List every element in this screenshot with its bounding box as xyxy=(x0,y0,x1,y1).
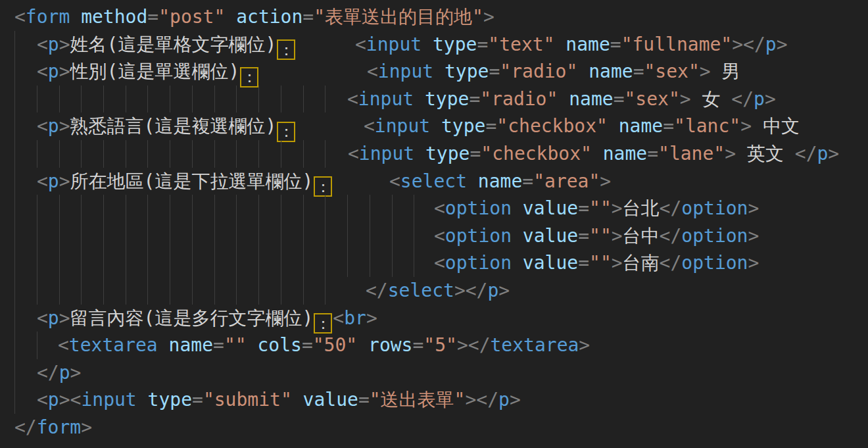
indent-guide xyxy=(347,222,348,250)
code-token: 女 xyxy=(691,88,732,110)
code-line[interactable]: <p>姓名(這是單格文字欄位)：<input type="text" name=… xyxy=(0,31,868,59)
indent-guide xyxy=(303,222,304,250)
code-line[interactable]: <textarea name="" cols="50" rows="5"></t… xyxy=(0,332,868,359)
indent-guide xyxy=(126,195,126,222)
code-token: "lane" xyxy=(658,143,725,164)
code-token: "text" xyxy=(488,34,554,55)
code-token: form xyxy=(37,416,81,438)
indent-guide xyxy=(414,222,414,250)
indent-guide xyxy=(14,305,15,332)
code-token: "area" xyxy=(533,170,600,192)
code-token: input xyxy=(375,115,430,137)
code-line[interactable]: <p>所在地區(這是下拉選單欄位)：<select name="area"> xyxy=(0,168,868,195)
code-line[interactable]: </select></p> xyxy=(0,277,868,305)
code-token: = xyxy=(485,115,496,137)
code-token: p xyxy=(48,170,59,192)
code-segment: </form> xyxy=(14,414,92,441)
code-token: > xyxy=(828,143,839,164)
indent-guide xyxy=(81,222,82,250)
code-editor: <form method="post" action="表單送出的目的地"><p… xyxy=(0,0,868,448)
indent-guide xyxy=(236,249,237,277)
indent-guide xyxy=(14,140,15,168)
code-line[interactable]: <input type="checkbox" name="lane"> 英文 <… xyxy=(0,140,868,168)
code-token: name xyxy=(467,170,522,192)
code-token: type xyxy=(430,115,485,137)
code-token: input xyxy=(378,61,433,82)
code-token: = xyxy=(578,197,589,219)
code-token: = xyxy=(358,389,370,411)
code-token: </ xyxy=(660,252,682,274)
code-token: > xyxy=(366,307,377,329)
code-token: name xyxy=(608,115,663,137)
code-token: = xyxy=(489,61,500,82)
indent-guide xyxy=(103,249,104,277)
code-token: > xyxy=(740,115,752,137)
code-token: type xyxy=(414,143,470,164)
indent-guide xyxy=(325,277,326,305)
code-line[interactable]: <option value="">台中</option> xyxy=(0,222,868,250)
code-token: ></ xyxy=(457,334,491,356)
indent-guide xyxy=(236,222,237,250)
indent-guide xyxy=(14,277,15,305)
indent-guide xyxy=(37,277,37,305)
indent-guide xyxy=(37,222,37,250)
indent-guide xyxy=(81,195,82,222)
code-line[interactable]: <option value="">台北</option> xyxy=(0,195,868,222)
code-token: select xyxy=(400,170,467,192)
code-token: name xyxy=(158,334,213,356)
code-token: < xyxy=(434,225,445,247)
code-line[interactable]: </p> xyxy=(0,359,868,387)
code-line[interactable]: <input type="radio" name="sex"> 女 </p> xyxy=(0,86,868,113)
indent-guide xyxy=(103,140,104,168)
code-token: < xyxy=(37,34,48,55)
code-line[interactable]: </form> xyxy=(0,414,868,441)
code-line[interactable]: <p>性別(這是單選欄位)：<input type="radio" name="… xyxy=(0,58,868,86)
indent-guide xyxy=(103,195,104,222)
code-line[interactable]: <option value="">台南</option> xyxy=(0,249,868,277)
code-token: > xyxy=(59,61,70,82)
indent-guide xyxy=(81,277,82,305)
indent-guide xyxy=(37,86,37,113)
code-token: < xyxy=(348,143,359,164)
code-token: = xyxy=(614,88,625,110)
indent-guide xyxy=(126,140,126,168)
code-token: "sex" xyxy=(624,88,679,110)
indent-guide xyxy=(59,195,60,222)
indent-guide xyxy=(37,249,37,277)
code-line[interactable]: <p>熟悉語言(這是複選欄位)：<input type="checkbox" n… xyxy=(0,112,868,140)
code-token: p xyxy=(754,88,765,110)
indent-guide xyxy=(81,86,82,113)
indent-guide xyxy=(303,195,304,222)
code-token: "lanc" xyxy=(674,115,740,137)
indent-guide xyxy=(147,195,148,222)
code-line[interactable]: <p>留言內容(這是多行文字欄位)：<br> xyxy=(0,305,868,332)
code-line[interactable]: <form method="post" action="表單送出的目的地"> xyxy=(0,3,868,31)
code-token: > xyxy=(59,115,70,137)
indent-guide xyxy=(192,195,193,222)
indent-guide xyxy=(392,195,393,222)
indent-guide xyxy=(59,222,60,250)
code-token: = xyxy=(610,34,621,55)
code-line[interactable]: <p><input type="submit" value="送出表單"></p… xyxy=(0,386,868,414)
code-token: p xyxy=(498,389,510,411)
indent-guide xyxy=(392,249,393,277)
indent-guide xyxy=(14,359,15,387)
code-token: cols xyxy=(247,334,302,356)
code-token: = xyxy=(663,115,674,137)
code-token: > xyxy=(680,88,691,110)
code-token: </ xyxy=(660,225,682,247)
code-token: = xyxy=(578,252,589,274)
code-segment: <p><input type="submit" value="送出表單"></p… xyxy=(37,386,521,414)
indent-guide xyxy=(414,249,414,277)
indent-guide xyxy=(81,249,82,277)
code-token: value xyxy=(512,252,578,274)
indent-guide xyxy=(325,140,326,168)
code-token: > xyxy=(81,416,92,438)
indent-guide xyxy=(281,249,281,277)
code-token: > xyxy=(59,307,70,329)
code-token: 男 xyxy=(711,61,740,82)
code-segment: <option value="">台南</option> xyxy=(434,249,759,277)
code-token: input xyxy=(359,143,414,164)
indent-guide xyxy=(147,249,148,277)
code-token: p xyxy=(48,307,59,329)
